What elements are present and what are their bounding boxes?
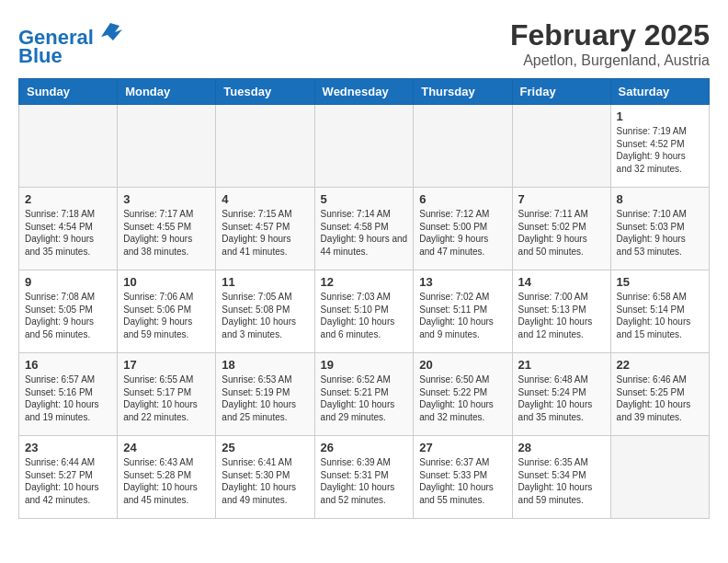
calendar-cell: 5Sunrise: 7:14 AM Sunset: 4:58 PM Daylig… xyxy=(314,188,414,270)
day-number: 16 xyxy=(25,358,111,372)
day-info: Sunrise: 7:19 AM Sunset: 4:52 PM Dayligh… xyxy=(617,125,703,175)
calendar-cell xyxy=(414,105,512,188)
day-number: 21 xyxy=(518,358,605,372)
calendar-cell: 7Sunrise: 7:11 AM Sunset: 5:02 PM Daylig… xyxy=(512,188,610,270)
day-info: Sunrise: 7:05 AM Sunset: 5:08 PM Dayligh… xyxy=(222,291,308,340)
calendar-cell: 18Sunrise: 6:53 AM Sunset: 5:19 PM Dayli… xyxy=(216,353,314,436)
day-number: 4 xyxy=(222,192,308,206)
day-info: Sunrise: 7:06 AM Sunset: 5:06 PM Dayligh… xyxy=(123,291,210,340)
day-info: Sunrise: 6:35 AM Sunset: 5:34 PM Dayligh… xyxy=(518,456,605,506)
day-number: 7 xyxy=(518,192,605,206)
day-info: Sunrise: 7:11 AM Sunset: 5:02 PM Dayligh… xyxy=(518,208,605,258)
day-info: Sunrise: 6:39 AM Sunset: 5:31 PM Dayligh… xyxy=(321,456,408,506)
day-number: 2 xyxy=(25,192,111,206)
calendar-cell: 1Sunrise: 7:19 AM Sunset: 4:52 PM Daylig… xyxy=(610,105,709,188)
day-number: 24 xyxy=(123,441,210,454)
calendar-cell: 9Sunrise: 7:08 AM Sunset: 5:05 PM Daylig… xyxy=(19,270,118,353)
day-number: 23 xyxy=(25,441,111,454)
day-number: 9 xyxy=(25,275,111,289)
calendar-week-row: 9Sunrise: 7:08 AM Sunset: 5:05 PM Daylig… xyxy=(19,270,710,353)
day-info: Sunrise: 7:18 AM Sunset: 4:54 PM Dayligh… xyxy=(25,208,111,258)
day-info: Sunrise: 6:50 AM Sunset: 5:22 PM Dayligh… xyxy=(419,373,506,423)
logo: General Blue xyxy=(18,18,124,67)
day-info: Sunrise: 6:53 AM Sunset: 5:19 PM Dayligh… xyxy=(222,373,308,423)
title-section: February 2025 Apetlon, Burgenland, Austr… xyxy=(510,18,710,69)
day-number: 8 xyxy=(617,192,703,206)
calendar-week-row: 23Sunrise: 6:44 AM Sunset: 5:27 PM Dayli… xyxy=(19,436,710,519)
col-header-thursday: Thursday xyxy=(414,79,512,105)
day-number: 20 xyxy=(419,358,506,372)
day-info: Sunrise: 7:14 AM Sunset: 4:58 PM Dayligh… xyxy=(321,208,408,258)
day-number: 5 xyxy=(321,192,408,206)
calendar-cell xyxy=(118,105,216,188)
day-number: 15 xyxy=(617,275,703,289)
calendar-cell: 28Sunrise: 6:35 AM Sunset: 5:34 PM Dayli… xyxy=(512,436,610,519)
day-number: 11 xyxy=(222,275,308,289)
day-info: Sunrise: 7:10 AM Sunset: 5:03 PM Dayligh… xyxy=(617,208,703,258)
day-info: Sunrise: 6:58 AM Sunset: 5:14 PM Dayligh… xyxy=(617,291,703,340)
calendar-cell xyxy=(216,105,314,188)
day-info: Sunrise: 6:41 AM Sunset: 5:30 PM Dayligh… xyxy=(222,456,308,506)
calendar-cell: 15Sunrise: 6:58 AM Sunset: 5:14 PM Dayli… xyxy=(610,270,709,353)
day-info: Sunrise: 7:00 AM Sunset: 5:13 PM Dayligh… xyxy=(518,291,605,340)
calendar-cell xyxy=(19,105,118,188)
day-number: 14 xyxy=(518,275,605,289)
svg-marker-0 xyxy=(101,23,122,40)
calendar-week-row: 2Sunrise: 7:18 AM Sunset: 4:54 PM Daylig… xyxy=(19,188,710,270)
calendar-cell: 11Sunrise: 7:05 AM Sunset: 5:08 PM Dayli… xyxy=(216,270,314,353)
day-number: 22 xyxy=(617,358,703,372)
day-number: 28 xyxy=(518,441,605,454)
calendar-cell: 20Sunrise: 6:50 AM Sunset: 5:22 PM Dayli… xyxy=(414,353,512,436)
calendar-week-row: 16Sunrise: 6:57 AM Sunset: 5:16 PM Dayli… xyxy=(19,353,710,436)
calendar-cell: 23Sunrise: 6:44 AM Sunset: 5:27 PM Dayli… xyxy=(19,436,118,519)
col-header-saturday: Saturday xyxy=(610,79,709,105)
calendar-cell xyxy=(314,105,414,188)
calendar-cell: 16Sunrise: 6:57 AM Sunset: 5:16 PM Dayli… xyxy=(19,353,118,436)
col-header-friday: Friday xyxy=(512,79,610,105)
calendar-week-row: 1Sunrise: 7:19 AM Sunset: 4:52 PM Daylig… xyxy=(19,105,710,188)
calendar-cell: 26Sunrise: 6:39 AM Sunset: 5:31 PM Dayli… xyxy=(314,436,414,519)
calendar-header-row: SundayMondayTuesdayWednesdayThursdayFrid… xyxy=(19,79,710,105)
calendar-cell xyxy=(610,436,709,519)
calendar-cell: 19Sunrise: 6:52 AM Sunset: 5:21 PM Dayli… xyxy=(314,353,414,436)
day-number: 13 xyxy=(419,275,506,289)
calendar-cell: 22Sunrise: 6:46 AM Sunset: 5:25 PM Dayli… xyxy=(610,353,709,436)
day-info: Sunrise: 6:46 AM Sunset: 5:25 PM Dayligh… xyxy=(617,373,703,423)
day-info: Sunrise: 6:48 AM Sunset: 5:24 PM Dayligh… xyxy=(518,373,605,423)
day-number: 27 xyxy=(419,441,506,454)
page-title: February 2025 xyxy=(510,18,710,52)
day-number: 25 xyxy=(222,441,308,454)
day-number: 26 xyxy=(321,441,408,454)
calendar-cell: 12Sunrise: 7:03 AM Sunset: 5:10 PM Dayli… xyxy=(314,270,414,353)
day-info: Sunrise: 6:37 AM Sunset: 5:33 PM Dayligh… xyxy=(419,456,506,506)
calendar-cell: 17Sunrise: 6:55 AM Sunset: 5:17 PM Dayli… xyxy=(118,353,216,436)
day-number: 6 xyxy=(419,192,506,206)
calendar-cell: 13Sunrise: 7:02 AM Sunset: 5:11 PM Dayli… xyxy=(414,270,512,353)
calendar-cell: 3Sunrise: 7:17 AM Sunset: 4:55 PM Daylig… xyxy=(118,188,216,270)
day-info: Sunrise: 6:52 AM Sunset: 5:21 PM Dayligh… xyxy=(321,373,408,423)
calendar-cell: 10Sunrise: 7:06 AM Sunset: 5:06 PM Dayli… xyxy=(118,270,216,353)
calendar-cell: 27Sunrise: 6:37 AM Sunset: 5:33 PM Dayli… xyxy=(414,436,512,519)
col-header-monday: Monday xyxy=(118,79,216,105)
day-info: Sunrise: 7:17 AM Sunset: 4:55 PM Dayligh… xyxy=(123,208,210,258)
calendar-cell xyxy=(512,105,610,188)
header: General Blue February 2025 Apetlon, Burg… xyxy=(18,18,710,69)
calendar-cell: 6Sunrise: 7:12 AM Sunset: 5:00 PM Daylig… xyxy=(414,188,512,270)
day-number: 17 xyxy=(123,358,210,372)
day-info: Sunrise: 6:55 AM Sunset: 5:17 PM Dayligh… xyxy=(123,373,210,423)
day-info: Sunrise: 7:15 AM Sunset: 4:57 PM Dayligh… xyxy=(222,208,308,258)
day-info: Sunrise: 7:12 AM Sunset: 5:00 PM Dayligh… xyxy=(419,208,506,258)
day-number: 19 xyxy=(321,358,408,372)
day-number: 18 xyxy=(222,358,308,372)
day-info: Sunrise: 6:57 AM Sunset: 5:16 PM Dayligh… xyxy=(25,373,111,423)
day-number: 1 xyxy=(617,109,703,123)
calendar-cell: 8Sunrise: 7:10 AM Sunset: 5:03 PM Daylig… xyxy=(610,188,709,270)
col-header-wednesday: Wednesday xyxy=(314,79,414,105)
calendar-cell: 14Sunrise: 7:00 AM Sunset: 5:13 PM Dayli… xyxy=(512,270,610,353)
day-info: Sunrise: 7:08 AM Sunset: 5:05 PM Dayligh… xyxy=(25,291,111,340)
day-number: 12 xyxy=(321,275,408,289)
calendar-cell: 21Sunrise: 6:48 AM Sunset: 5:24 PM Dayli… xyxy=(512,353,610,436)
day-number: 3 xyxy=(123,192,210,206)
logo-bird-icon xyxy=(97,18,124,44)
calendar-cell: 25Sunrise: 6:41 AM Sunset: 5:30 PM Dayli… xyxy=(216,436,314,519)
